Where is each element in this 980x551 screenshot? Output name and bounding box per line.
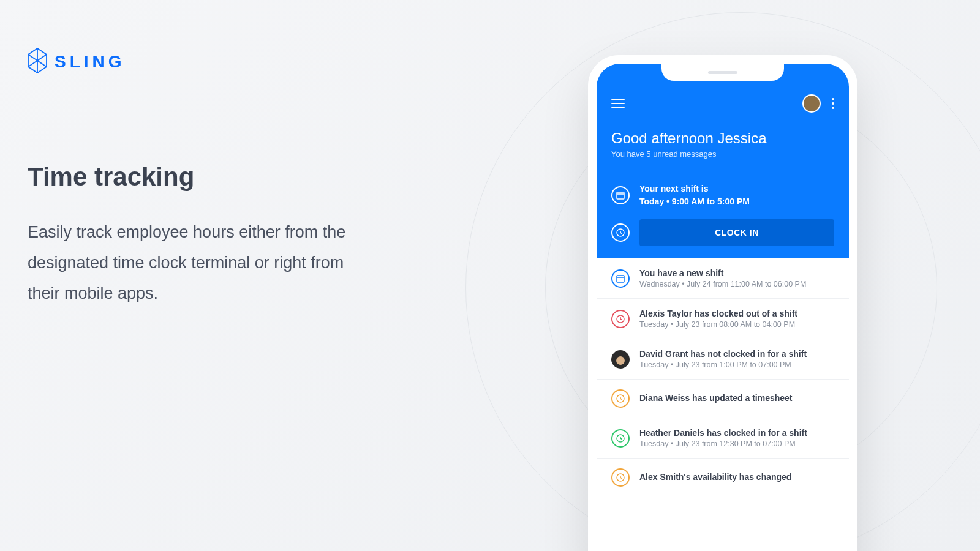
phone-frame: Good afternoon Jessica You have 5 unread… <box>588 55 858 551</box>
more-icon[interactable] <box>832 98 834 109</box>
phone-notch <box>662 64 784 81</box>
activity-feed: You have a new shift Wednesday • July 24… <box>597 258 849 497</box>
calendar-icon <box>611 269 630 288</box>
next-shift-row: Your next shift is Today • 9:00 AM to 5:… <box>611 182 834 208</box>
calendar-icon <box>611 186 630 204</box>
feed-title: David Grant has not clocked in for a shi… <box>639 349 834 359</box>
hero-title: Time tracking <box>28 162 371 192</box>
feed-title: You have a new shift <box>639 268 834 278</box>
feed-sub: Tuesday • July 23 from 08:00 AM to 04:00… <box>639 320 834 329</box>
sling-logo-icon <box>28 48 47 76</box>
user-avatar-icon <box>611 350 630 369</box>
feed-item[interactable]: David Grant has not clocked in for a shi… <box>597 339 849 380</box>
svg-rect-2 <box>617 192 624 199</box>
unread-messages-text: You have 5 unread messages <box>611 149 834 159</box>
greeting-text: Good afternoon Jessica <box>611 130 834 147</box>
feed-title: Alex Smith's availability has changed <box>639 472 834 482</box>
feed-sub: Tuesday • July 23 from 1:00 PM to 07:00 … <box>639 361 834 369</box>
brand-name: SLING <box>55 52 126 72</box>
svg-rect-8 <box>617 276 624 282</box>
clock-icon <box>611 468 630 487</box>
feed-item[interactable]: Alexis Taylor has clocked out of a shift… <box>597 299 849 339</box>
feed-sub: Tuesday • July 23 from 12:30 PM to 07:00… <box>639 440 834 448</box>
clock-icon <box>611 310 630 328</box>
phone-screen: Good afternoon Jessica You have 5 unread… <box>597 64 849 551</box>
user-avatar[interactable] <box>802 94 821 113</box>
divider <box>597 171 849 171</box>
app-header: Good afternoon Jessica You have 5 unread… <box>597 64 849 258</box>
clock-icon <box>611 389 630 408</box>
hero-body: Easily track employee hours either from … <box>28 217 371 309</box>
next-shift-label: Your next shift is <box>639 182 750 195</box>
feed-item[interactable]: Alex Smith's availability has changed <box>597 459 849 497</box>
brand-logo: SLING <box>28 48 126 76</box>
feed-title: Diana Weiss has updated a timesheet <box>639 393 834 403</box>
next-shift-time: Today • 9:00 AM to 5:00 PM <box>639 195 750 208</box>
feed-title: Alexis Taylor has clocked out of a shift <box>639 309 834 318</box>
feed-title: Heather Daniels has clocked in for a shi… <box>639 428 834 438</box>
feed-item[interactable]: You have a new shift Wednesday • July 24… <box>597 258 849 299</box>
feed-item[interactable]: Diana Weiss has updated a timesheet <box>597 380 849 418</box>
menu-icon[interactable] <box>611 99 625 108</box>
feed-sub: Wednesday • July 24 from 11:00 AM to 06:… <box>639 280 834 288</box>
clock-in-button[interactable]: CLOCK IN <box>639 219 834 246</box>
clock-icon <box>611 223 630 242</box>
clock-icon <box>611 429 630 448</box>
feed-item[interactable]: Heather Daniels has clocked in for a shi… <box>597 418 849 459</box>
